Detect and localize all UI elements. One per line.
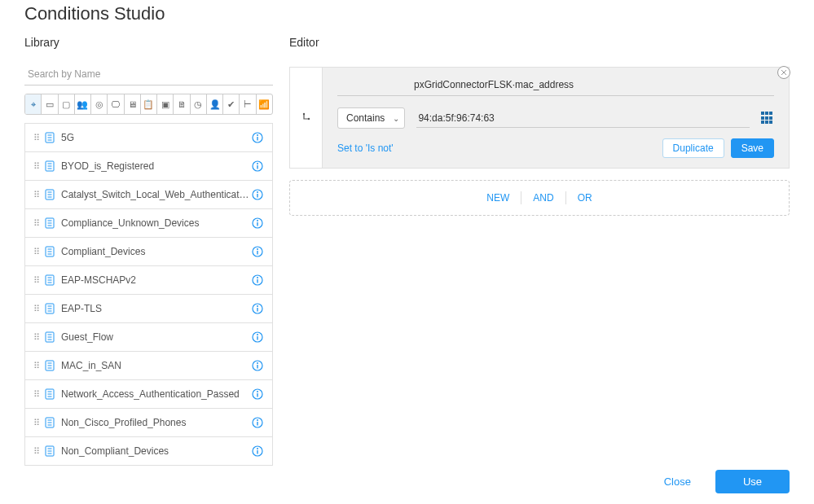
condition-item[interactable]: ⠿Compliant_Devices xyxy=(24,237,273,266)
svg-rect-6 xyxy=(257,137,257,141)
hierarchy-icon[interactable]: ⊢ xyxy=(240,94,256,114)
drag-handle-icon[interactable]: ⠿ xyxy=(33,133,45,143)
condition-item[interactable]: ⠿BYOD_is_Registered xyxy=(24,151,273,181)
svg-point-85 xyxy=(307,117,309,119)
drag-handle-icon[interactable]: ⠿ xyxy=(33,361,45,371)
info-icon[interactable] xyxy=(251,217,264,230)
document-icon xyxy=(45,132,61,143)
chevron-down-icon: ⌄ xyxy=(393,114,399,123)
svg-point-68 xyxy=(257,391,258,392)
info-icon[interactable] xyxy=(251,388,264,401)
svg-point-61 xyxy=(257,362,258,364)
info-icon[interactable] xyxy=(251,359,264,372)
svg-point-19 xyxy=(257,191,258,193)
duplicate-button[interactable]: Duplicate xyxy=(662,138,724,158)
condition-label: EAP-MSCHAPv2 xyxy=(61,274,251,286)
save-button[interactable]: Save xyxy=(731,138,774,158)
clock-icon[interactable]: ◷ xyxy=(191,94,207,114)
drag-handle-icon[interactable]: ⠿ xyxy=(33,275,45,286)
rule-block: pxGridConnectorFLSK·mac_address Contains… xyxy=(289,67,790,169)
attribute-field[interactable]: pxGridConnectorFLSK·mac_address xyxy=(337,79,774,96)
condition-item[interactable]: ⠿Guest_Flow xyxy=(24,322,273,352)
info-icon[interactable] xyxy=(251,445,264,458)
condition-item[interactable]: ⠿MAC_in_SAN xyxy=(24,351,273,380)
info-icon[interactable] xyxy=(251,188,264,201)
condition-item[interactable]: ⠿Non_Cisco_Profiled_Phones xyxy=(24,408,273,437)
document-icon xyxy=(45,331,61,343)
svg-point-75 xyxy=(257,419,258,421)
device-icon[interactable]: ▭ xyxy=(42,94,58,114)
svg-point-84 xyxy=(302,112,304,114)
info-icon[interactable] xyxy=(251,302,264,315)
location-pin-icon[interactable]: ⌖ xyxy=(25,94,42,114)
close-icon[interactable] xyxy=(777,66,790,79)
svg-point-12 xyxy=(257,163,258,164)
info-icon[interactable] xyxy=(251,160,264,173)
new-button[interactable]: NEW xyxy=(478,189,517,207)
or-button[interactable]: OR xyxy=(570,189,601,207)
drag-handle-icon[interactable]: ⠿ xyxy=(33,418,45,428)
check-circle-icon[interactable]: ✔ xyxy=(223,94,240,114)
info-icon[interactable] xyxy=(251,245,264,258)
condition-item[interactable]: ⠿Non_Compliant_Devices xyxy=(24,436,273,466)
condition-item[interactable]: ⠿5G xyxy=(24,123,273,152)
footer: Close Use xyxy=(651,469,790,494)
search-input[interactable] xyxy=(24,64,273,85)
svg-rect-27 xyxy=(257,222,257,226)
file-icon[interactable]: 🗎 xyxy=(174,94,190,114)
svg-rect-69 xyxy=(257,393,257,397)
clipboard-icon[interactable]: 📋 xyxy=(141,94,157,114)
set-isnot-link[interactable]: Set to 'Is not' xyxy=(337,142,394,154)
editor-panel: Editor pxGridConnectorFLSK·mac_address C… xyxy=(289,36,790,467)
desktop-icon[interactable]: 🖥 xyxy=(125,94,141,114)
badge-icon[interactable]: ▣ xyxy=(157,94,174,114)
close-button[interactable]: Close xyxy=(651,469,704,494)
svg-rect-62 xyxy=(257,365,257,369)
condition-item[interactable]: ⠿Compliance_Unknown_Devices xyxy=(24,208,273,238)
condition-item[interactable]: ⠿Catalyst_Switch_Local_Web_Authenticatio… xyxy=(24,180,273,209)
separator xyxy=(565,191,566,204)
drag-handle-icon[interactable]: ⠿ xyxy=(33,247,45,257)
monitor-icon[interactable]: 🖵 xyxy=(108,94,124,114)
drag-handle-icon[interactable]: ⠿ xyxy=(33,389,45,400)
condition-item[interactable]: ⠿EAP-MSCHAPv2 xyxy=(24,265,273,295)
condition-list: ⠿5G⠿BYOD_is_Registered⠿Catalyst_Switch_L… xyxy=(24,123,273,465)
svg-point-26 xyxy=(257,220,258,221)
hierarchy-icon[interactable] xyxy=(290,68,323,168)
drag-handle-icon[interactable]: ⠿ xyxy=(33,332,45,343)
value-input[interactable] xyxy=(416,109,750,128)
svg-point-40 xyxy=(257,277,258,278)
condition-label: Non_Compliant_Devices xyxy=(61,445,251,457)
condition-label: Compliance_Unknown_Devices xyxy=(61,217,251,229)
condition-item[interactable]: ⠿EAP-TLS xyxy=(24,294,273,323)
svg-rect-76 xyxy=(257,422,257,426)
info-icon[interactable] xyxy=(251,331,264,344)
svg-rect-20 xyxy=(257,194,257,198)
filter-toolbar: ⌖▭▢👥◎🖵🖥📋▣🗎◷👤✔⊢📶 xyxy=(24,94,273,115)
user-icon[interactable]: 👤 xyxy=(207,94,223,114)
drag-handle-icon[interactable]: ⠿ xyxy=(33,304,45,314)
and-button[interactable]: AND xyxy=(525,189,561,207)
screen-icon[interactable]: ▢ xyxy=(59,94,75,114)
operator-select[interactable]: Contains ⌄ xyxy=(337,107,405,129)
library-panel: Library ⌖▭▢👥◎🖵🖥📋▣🗎◷👤✔⊢📶 ⠿5G⠿BYOD_is_Regi… xyxy=(24,36,273,467)
info-icon[interactable] xyxy=(251,131,264,144)
condition-label: Guest_Flow xyxy=(61,331,251,343)
group-icon[interactable]: 👥 xyxy=(75,94,91,114)
svg-point-5 xyxy=(257,134,258,136)
drag-handle-icon[interactable]: ⠿ xyxy=(33,218,45,229)
editor-heading: Editor xyxy=(289,36,790,49)
condition-item[interactable]: ⠿Network_Access_Authentication_Passed xyxy=(24,379,273,409)
grid-icon[interactable] xyxy=(761,112,774,125)
drag-handle-icon[interactable]: ⠿ xyxy=(33,190,45,200)
page-title: Conditions Studio xyxy=(24,3,790,24)
use-button[interactable]: Use xyxy=(715,470,790,493)
condition-label: Non_Cisco_Profiled_Phones xyxy=(61,417,251,428)
drag-handle-icon[interactable]: ⠿ xyxy=(33,161,45,172)
condition-label: Compliant_Devices xyxy=(61,246,251,257)
info-icon[interactable] xyxy=(251,416,264,429)
drag-handle-icon[interactable]: ⠿ xyxy=(33,446,45,457)
info-icon[interactable] xyxy=(251,274,264,287)
wifi-icon[interactable]: 📶 xyxy=(257,94,272,114)
target-icon[interactable]: ◎ xyxy=(91,94,108,114)
